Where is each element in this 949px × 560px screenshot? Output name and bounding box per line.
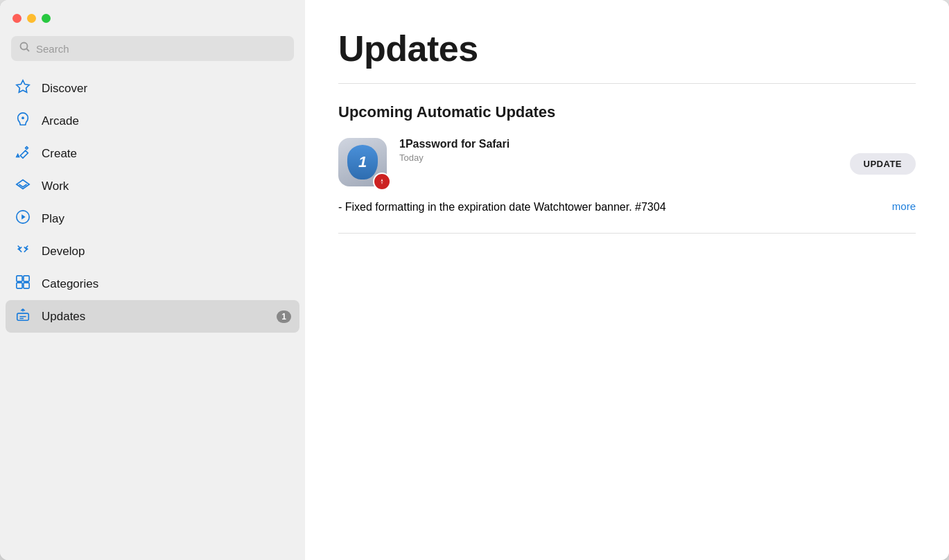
sidebar-label-updates: Updates	[42, 310, 85, 324]
sidebar-item-discover[interactable]: Discover	[6, 72, 299, 105]
app-date: Today	[399, 152, 837, 163]
maximize-button[interactable]	[42, 14, 51, 23]
sidebar-label-work: Work	[42, 180, 69, 193]
create-icon	[14, 144, 32, 163]
sidebar-label-play: Play	[42, 212, 64, 226]
categories-icon	[14, 274, 32, 293]
svg-point-3	[21, 116, 24, 119]
main-content: Updates Upcoming Automatic Updates 1	[305, 0, 949, 560]
app-info: 1Password for Safari Today	[399, 138, 837, 163]
sidebar-item-work[interactable]: Work	[6, 170, 299, 202]
sidebar-label-develop: Develop	[42, 245, 85, 259]
divider-bottom	[338, 233, 916, 234]
svg-point-9	[378, 177, 386, 186]
svg-rect-5	[24, 276, 29, 281]
divider-top	[338, 83, 916, 84]
app-name: 1Password for Safari	[399, 138, 837, 150]
shield-text: 1	[358, 155, 367, 170]
sidebar-item-updates[interactable]: Updates 1	[6, 300, 299, 333]
arcade-icon	[14, 112, 32, 130]
search-bar[interactable]: Search	[11, 36, 294, 61]
page-title: Updates	[338, 28, 916, 69]
release-notes-text: - Fixed formatting in the expiration dat…	[338, 201, 887, 213]
work-icon	[14, 177, 32, 195]
sidebar-item-play[interactable]: Play	[6, 202, 299, 235]
updates-icon	[14, 307, 32, 326]
updates-badge: 1	[277, 310, 291, 323]
svg-marker-2	[17, 80, 29, 92]
svg-rect-7	[24, 283, 29, 288]
sidebar-label-categories: Categories	[42, 277, 98, 291]
shield: 1	[347, 145, 378, 180]
app-icon: 1	[338, 138, 387, 186]
sidebar-item-create[interactable]: Create	[6, 137, 299, 170]
compass-badge	[373, 173, 391, 191]
play-icon	[14, 209, 32, 228]
sidebar-item-develop[interactable]: Develop	[6, 235, 299, 268]
develop-icon	[14, 242, 32, 261]
titlebar	[0, 0, 305, 36]
search-placeholder: Search	[36, 43, 69, 55]
app-row: 1 1Password for Safari Today UPDATE	[338, 138, 916, 186]
svg-point-0	[21, 43, 28, 50]
star-icon	[14, 79, 32, 98]
sidebar-item-arcade[interactable]: Arcade	[6, 105, 299, 137]
svg-line-1	[27, 49, 30, 52]
minimize-button[interactable]	[27, 14, 36, 23]
svg-rect-4	[17, 276, 22, 281]
close-button[interactable]	[12, 14, 21, 23]
update-button[interactable]: UPDATE	[850, 153, 916, 175]
sidebar-label-arcade: Arcade	[42, 114, 79, 128]
search-icon	[19, 42, 31, 55]
sidebar-label-discover: Discover	[42, 82, 87, 96]
sidebar-item-categories[interactable]: Categories	[6, 268, 299, 300]
app-window: Search Discover Arcade	[0, 0, 949, 560]
section-title: Upcoming Automatic Updates	[338, 103, 916, 121]
more-link[interactable]: more	[892, 200, 916, 213]
nav-list: Discover Arcade Create Wor	[0, 69, 305, 560]
sidebar: Search Discover Arcade	[0, 0, 305, 560]
svg-rect-6	[17, 283, 22, 288]
sidebar-label-create: Create	[42, 147, 77, 161]
release-notes-row: - Fixed formatting in the expiration dat…	[338, 200, 916, 213]
